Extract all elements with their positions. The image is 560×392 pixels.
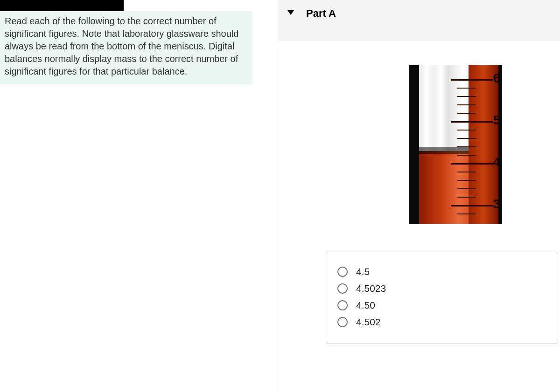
radio-icon [337, 300, 348, 310]
option-2[interactable]: 4.5023 [337, 283, 546, 294]
radio-icon [337, 317, 348, 327]
option-label: 4.5 [356, 266, 370, 277]
graduated-cylinder-image: 6 5 4 3 [409, 65, 502, 224]
question-prompt: Read each of the following to the correc… [0, 11, 252, 84]
scale-number: 6 [493, 71, 500, 86]
option-3[interactable]: 4.50 [337, 300, 546, 311]
option-4[interactable]: 4.502 [337, 316, 546, 328]
radio-icon [337, 283, 348, 294]
scale-number: 4 [493, 155, 500, 170]
caret-down-icon [287, 10, 294, 15]
scale-number: 5 [493, 113, 500, 128]
option-label: 4.50 [356, 300, 375, 311]
redaction-bar [0, 0, 124, 11]
part-title: Part A [306, 7, 336, 20]
answer-options: 4.5 4.5023 4.50 4.502 [326, 252, 558, 344]
option-label: 4.502 [356, 316, 381, 328]
vertical-divider [278, 0, 278, 392]
part-header[interactable]: Part A [278, 0, 560, 41]
option-1[interactable]: 4.5 [337, 266, 546, 277]
scale-number: 3 [493, 197, 500, 212]
radio-icon [337, 267, 348, 277]
option-label: 4.5023 [356, 283, 386, 294]
left-panel: Read each of the following to the correc… [0, 0, 252, 84]
right-panel: Part A 6 5 4 3 4.5 [278, 0, 560, 41]
